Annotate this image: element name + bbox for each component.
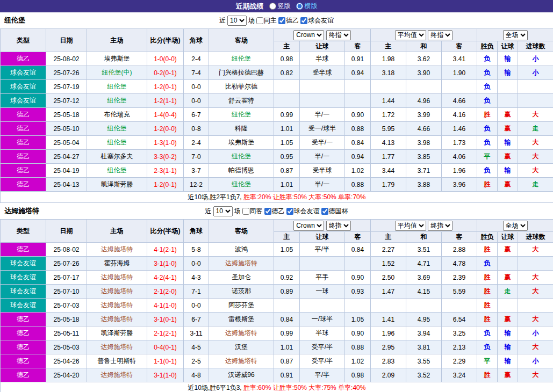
- home-team[interactable]: 达姆施塔特: [87, 368, 147, 382]
- col-header-euro-draw: 和: [406, 41, 442, 52]
- match-score: 4-1(1-0): [147, 299, 184, 313]
- same-home-checkbox[interactable]: [256, 17, 263, 24]
- asian-handicap: 受一/球半: [300, 122, 345, 136]
- asian-time-select[interactable]: 终指: [326, 30, 351, 40]
- match-row: 德乙25-05-03达姆施塔特0-4(0-1)4-5汉堡1.01受平/半0.88…: [1, 340, 553, 354]
- euro-draw-odds: [406, 80, 442, 94]
- euro-draw-odds: 4.15: [406, 285, 442, 299]
- away-team[interactable]: 纽伦堡: [209, 178, 274, 192]
- euro-provider-select[interactable]: 平均值: [395, 221, 426, 231]
- home-team[interactable]: 纽伦堡(中): [87, 66, 147, 80]
- filter-german-cup[interactable]: 德国杯: [321, 207, 348, 216]
- home-team[interactable]: 纽伦堡: [87, 122, 147, 136]
- match-row: 球会友谊25-07-12纽伦堡1-2(1-1)0-0舒云霍特1.444.964.…: [1, 94, 553, 108]
- home-team[interactable]: 纽伦堡: [87, 80, 147, 94]
- filter-same-home[interactable]: 同主: [256, 16, 277, 25]
- euro-time-select[interactable]: 终指: [428, 30, 453, 40]
- asian-time-select[interactable]: 终指: [326, 221, 351, 231]
- away-team[interactable]: 帕德博恩: [209, 164, 274, 178]
- home-team[interactable]: 杜塞尔多夫: [87, 150, 147, 164]
- match-row: 德乙25-04-20达姆施塔特3-1(1-0)4-8汉诺威960.91平/半0.…: [1, 368, 553, 382]
- view-option-horizontal[interactable]: 横版: [296, 2, 318, 11]
- asian-provider-select[interactable]: Crown: [293, 30, 324, 40]
- home-team[interactable]: 布伦瑞克: [87, 108, 147, 122]
- horizontal-radio[interactable]: [296, 3, 303, 10]
- fulltime-select[interactable]: 全场: [503, 30, 528, 40]
- away-team[interactable]: 门兴格拉德巴赫: [209, 66, 274, 80]
- euro-provider-select[interactable]: 平均值: [395, 30, 426, 40]
- asian-away-odds: [345, 80, 371, 94]
- deyi-checkbox[interactable]: [264, 208, 271, 215]
- deyi-checkbox[interactable]: [278, 17, 285, 24]
- away-team[interactable]: 雷根斯堡: [209, 313, 274, 326]
- away-team[interactable]: 舒云霍特: [209, 94, 274, 108]
- asian-handicap: 受半球: [300, 66, 345, 80]
- asian-away-odds: 0.90: [345, 271, 371, 285]
- fulltime-select[interactable]: 全场: [503, 221, 528, 231]
- friendly-checkbox[interactable]: [300, 17, 307, 24]
- home-team[interactable]: 达姆施塔特: [87, 243, 147, 257]
- match-result: 胜: [477, 108, 498, 122]
- home-team[interactable]: 达姆施塔特: [87, 285, 147, 299]
- filter-league-deyi[interactable]: 德乙: [264, 207, 285, 216]
- recent-count-select[interactable]: 10: [213, 206, 233, 216]
- home-team[interactable]: 普鲁士明斯特: [87, 354, 147, 368]
- league-badge: 德乙: [1, 122, 46, 136]
- col-header-away: 客场: [209, 220, 274, 243]
- filter-club-friendly[interactable]: 球会友谊: [286, 207, 320, 216]
- match-date: 25-05-03: [46, 340, 87, 354]
- filter-same-away[interactable]: 同客: [242, 207, 263, 216]
- home-team[interactable]: 达姆施塔特: [87, 271, 147, 285]
- home-team[interactable]: 纽伦堡: [87, 164, 147, 178]
- goals-result: 大: [518, 368, 553, 382]
- recent-count-select[interactable]: 10: [227, 16, 247, 26]
- asian-away-odds: 1.05: [345, 313, 371, 326]
- asian-provider-select[interactable]: Crown: [293, 221, 324, 231]
- away-team[interactable]: 阿莎芬堡: [209, 299, 274, 313]
- vertical-radio[interactable]: [269, 3, 276, 10]
- home-team[interactable]: 霍芬海姆: [87, 257, 147, 271]
- asian-away-odds: 0.84: [345, 136, 371, 150]
- away-team[interactable]: 比勒菲尔德: [209, 80, 274, 94]
- away-team[interactable]: 汉诺威96: [209, 368, 274, 382]
- match-date: 25-07-26: [46, 257, 87, 271]
- col-header-home: 主场: [87, 29, 147, 52]
- home-team[interactable]: 纽伦堡: [87, 136, 147, 150]
- friendly-checkbox[interactable]: [286, 208, 293, 215]
- away-team[interactable]: 达姆施塔特: [209, 326, 274, 340]
- away-team[interactable]: 汉堡: [209, 340, 274, 354]
- away-team[interactable]: 达姆施塔特: [209, 354, 274, 368]
- home-team[interactable]: 达姆施塔特: [87, 313, 147, 326]
- league-badge: 德乙: [1, 164, 46, 178]
- away-team[interactable]: 科隆: [209, 122, 274, 136]
- away-team[interactable]: 波鸿: [209, 243, 274, 257]
- away-team[interactable]: 埃弗斯堡: [209, 136, 274, 150]
- corner-score: 3-11: [184, 326, 209, 340]
- home-team[interactable]: 凯泽斯劳滕: [87, 178, 147, 192]
- filter-league-deyi[interactable]: 德乙: [278, 16, 299, 25]
- checkbox-label: 德乙: [286, 16, 299, 25]
- away-team[interactable]: 纽伦堡: [209, 150, 274, 164]
- german-cup-checkbox[interactable]: [321, 208, 328, 215]
- away-team[interactable]: 诺茨郡: [209, 285, 274, 299]
- home-team[interactable]: 纽伦堡: [87, 94, 147, 108]
- match-date: 25-07-19: [46, 80, 87, 94]
- home-team[interactable]: 凯泽斯劳滕: [87, 326, 147, 340]
- away-team[interactable]: 纽伦堡: [209, 52, 274, 66]
- away-team[interactable]: 纽伦堡: [209, 108, 274, 122]
- away-team[interactable]: 圣加仑: [209, 271, 274, 285]
- away-team[interactable]: 达姆施塔特: [209, 257, 274, 271]
- col-header-score: 比分(半场): [147, 29, 184, 52]
- vertical-radio-label: 竖版: [278, 2, 291, 11]
- euro-home-odds: 2.50: [371, 271, 406, 285]
- euro-time-select[interactable]: 终指: [428, 221, 453, 231]
- view-option-vertical[interactable]: 竖版: [269, 2, 291, 11]
- home-team[interactable]: 达姆施塔特: [87, 340, 147, 354]
- home-team[interactable]: 达姆施塔特: [87, 299, 147, 313]
- handicap-result: 输: [498, 164, 518, 178]
- home-team[interactable]: 埃弗斯堡: [87, 52, 147, 66]
- asian-handicap: 受半/一: [300, 136, 345, 150]
- filter-club-friendly[interactable]: 球会友谊: [300, 16, 334, 25]
- same-away-checkbox[interactable]: [242, 208, 249, 215]
- corner-score: 0-0: [184, 257, 209, 271]
